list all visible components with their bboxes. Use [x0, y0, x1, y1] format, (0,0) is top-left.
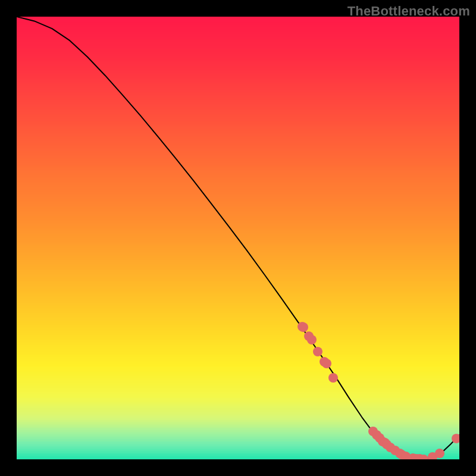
data-marker — [328, 373, 338, 383]
data-marker — [419, 455, 428, 459]
data-marker — [313, 347, 322, 356]
data-marker — [322, 359, 331, 368]
plot-area — [17, 17, 459, 459]
data-marker — [307, 335, 317, 345]
data-marker — [435, 449, 444, 458]
figure-root: TheBottleneck.com — [0, 0, 476, 476]
watermark-text: TheBottleneck.com — [347, 4, 470, 19]
data-marker — [452, 434, 459, 443]
data-marker — [299, 322, 308, 332]
marker-layer — [17, 17, 459, 459]
